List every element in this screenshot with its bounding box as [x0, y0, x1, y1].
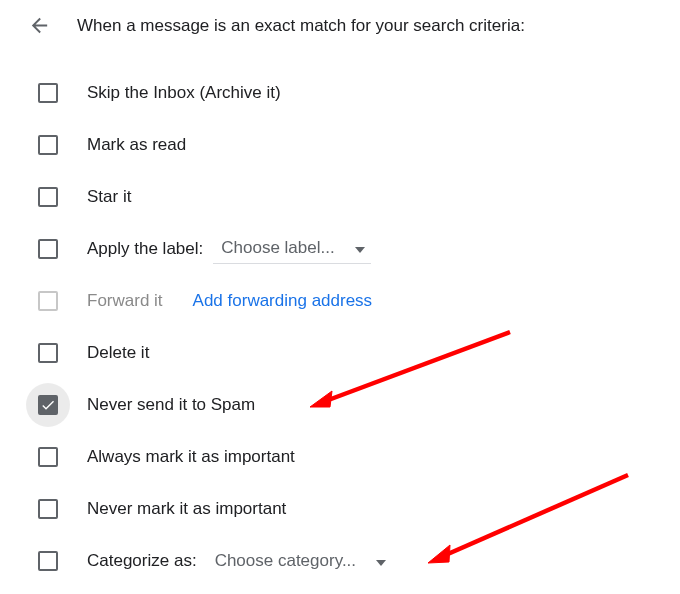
chevron-down-icon	[376, 551, 386, 571]
checkbox-always-important[interactable]	[37, 446, 59, 468]
option-apply-label: Apply the label: Choose label...	[37, 223, 664, 275]
link-add-forwarding[interactable]: Add forwarding address	[193, 291, 373, 311]
svg-marker-0	[355, 247, 365, 253]
option-categorize: Categorize as: Choose category...	[37, 535, 664, 587]
checkbox-star[interactable]	[37, 186, 59, 208]
label-delete: Delete it	[87, 343, 149, 363]
dropdown-choose-label-text: Choose label...	[221, 238, 334, 258]
label-skip-inbox: Skip the Inbox (Archive it)	[87, 83, 281, 103]
checkbox-never-spam[interactable]	[37, 394, 59, 416]
option-mark-read: Mark as read	[37, 119, 664, 171]
option-never-spam: Never send it to Spam	[37, 379, 664, 431]
label-categorize: Categorize as:	[87, 551, 197, 571]
option-forward: Forward it Add forwarding address	[37, 275, 664, 327]
label-never-important: Never mark it as important	[87, 499, 286, 519]
dropdown-choose-label[interactable]: Choose label...	[213, 234, 370, 264]
checkbox-skip-inbox[interactable]	[37, 82, 59, 104]
checkbox-forward[interactable]	[37, 290, 59, 312]
dropdown-choose-category[interactable]: Choose category...	[207, 547, 392, 576]
checkbox-never-important[interactable]	[37, 498, 59, 520]
option-never-important: Never mark it as important	[37, 483, 664, 535]
label-apply-label: Apply the label:	[87, 239, 203, 259]
label-mark-read: Mark as read	[87, 135, 186, 155]
svg-marker-1	[376, 560, 386, 566]
checkbox-mark-read[interactable]	[37, 134, 59, 156]
back-arrow-icon[interactable]	[28, 14, 51, 37]
checkbox-apply-label[interactable]	[37, 238, 59, 260]
chevron-down-icon	[355, 238, 365, 258]
dropdown-choose-category-text: Choose category...	[215, 551, 356, 571]
filter-options: Skip the Inbox (Archive it) Mark as read…	[28, 67, 664, 587]
option-skip-inbox: Skip the Inbox (Archive it)	[37, 67, 664, 119]
checkbox-delete[interactable]	[37, 342, 59, 364]
checkbox-categorize[interactable]	[37, 550, 59, 572]
label-never-spam: Never send it to Spam	[87, 395, 255, 415]
label-forward: Forward it	[87, 291, 163, 311]
option-star: Star it	[37, 171, 664, 223]
header-row: When a message is an exact match for you…	[28, 14, 664, 37]
page-title: When a message is an exact match for you…	[77, 16, 525, 36]
option-always-important: Always mark it as important	[37, 431, 664, 483]
label-star: Star it	[87, 187, 131, 207]
option-delete: Delete it	[37, 327, 664, 379]
label-always-important: Always mark it as important	[87, 447, 295, 467]
